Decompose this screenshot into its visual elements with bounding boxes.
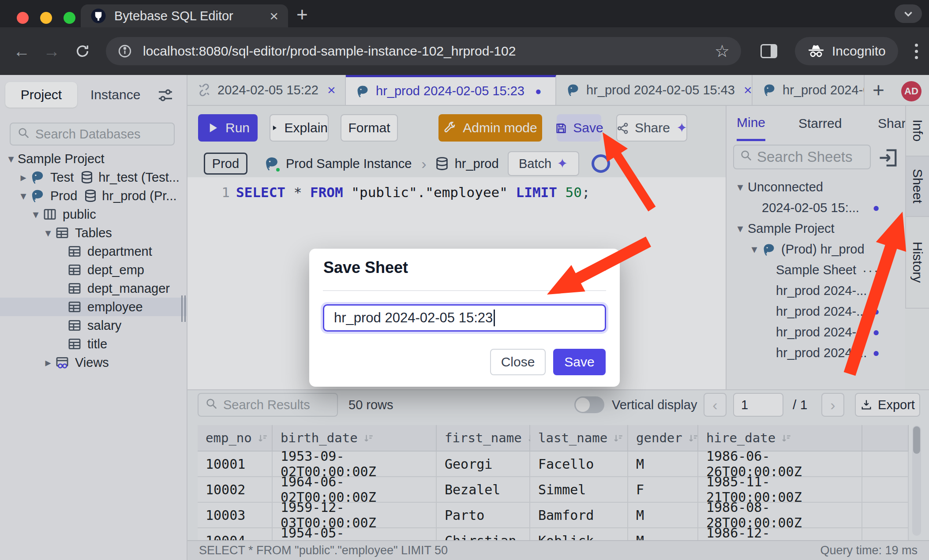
reload-icon[interactable] bbox=[75, 44, 90, 59]
browser-tab-title: Bytebase SQL Editor bbox=[114, 9, 262, 23]
window-minimize-button[interactable] bbox=[40, 12, 52, 24]
dialog-save-button[interactable]: Save bbox=[553, 349, 606, 375]
dialog-title: Save Sheet bbox=[323, 258, 408, 277]
browser-chrome: Bytebase SQL Editor × + ← → localhost:80… bbox=[0, 0, 929, 75]
window-close-button[interactable] bbox=[17, 12, 29, 24]
side-panel-icon[interactable] bbox=[760, 44, 777, 58]
site-info-icon[interactable] bbox=[117, 44, 132, 59]
browser-toolbar: ← → localhost:8080/sql-editor/prod-sampl… bbox=[0, 27, 929, 75]
text-cursor bbox=[494, 310, 495, 326]
incognito-label: Incognito bbox=[832, 44, 886, 59]
dialog-close-button[interactable]: Close bbox=[490, 349, 546, 375]
sheet-name-input[interactable]: hr_prod 2024-02-05 15:23 bbox=[323, 304, 606, 332]
window-zoom-button[interactable] bbox=[64, 12, 75, 24]
save-sheet-dialog: Save Sheet × hr_prod 2024-02-05 15:23 Cl… bbox=[309, 249, 620, 387]
bookmark-star-icon[interactable]: ☆ bbox=[715, 41, 730, 61]
new-tab-button[interactable]: + bbox=[296, 4, 308, 26]
dialog-divider bbox=[323, 290, 606, 291]
bytebase-favicon-icon bbox=[90, 8, 106, 24]
close-tab-icon[interactable]: × bbox=[270, 8, 278, 23]
tab-search-chevron-button[interactable] bbox=[895, 4, 922, 23]
back-icon[interactable]: ← bbox=[13, 42, 30, 61]
url-text: localhost:8080/sql-editor/prod-sample-in… bbox=[143, 44, 704, 59]
dialog-close-icon[interactable]: × bbox=[598, 258, 607, 276]
chevron-down-icon bbox=[903, 8, 914, 19]
browser-menu-icon[interactable] bbox=[915, 44, 918, 59]
url-bar[interactable]: localhost:8080/sql-editor/prod-sample-in… bbox=[106, 37, 741, 65]
browser-tabstrip: Bytebase SQL Editor × + bbox=[0, 0, 929, 27]
incognito-badge: Incognito bbox=[795, 37, 898, 65]
incognito-icon bbox=[807, 44, 825, 58]
browser-tab[interactable]: Bytebase SQL Editor × bbox=[81, 4, 288, 27]
window-controls[interactable] bbox=[17, 12, 75, 24]
forward-icon[interactable]: → bbox=[43, 42, 60, 61]
